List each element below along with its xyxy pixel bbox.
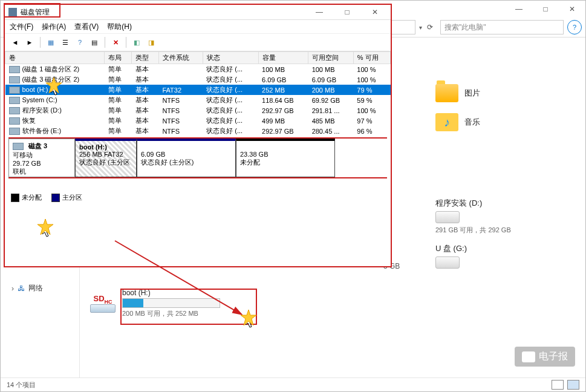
disk-icon [435,256,460,269]
wechat-icon [522,351,535,362]
folder-label: 音乐 [464,117,480,128]
sd-card-icon: SDHC [90,293,116,315]
spark-icon [37,219,53,235]
dm-toolbar: ◄ ► ▦ ☰ ? ▤ ✕ ◧ ◨ [5,34,391,51]
action1-icon[interactable]: ◧ [130,36,143,49]
drive-d[interactable]: 程序安装 (D:) 291 GB 可用，共 292 GB [435,198,581,235]
drive-label: U 盘 (G:) [435,243,581,254]
svg-marker-2 [46,77,62,93]
sidebar-item-label: 网络 [28,283,43,293]
svg-marker-3 [241,310,256,325]
menu-view[interactable]: 查看(V) [74,22,99,32]
table-row[interactable]: System (C:)简单基本NTFS状态良好 (...118.64 GB69.… [5,95,391,105]
col-free[interactable]: 可用空间 [308,52,354,64]
drive-g[interactable]: U 盘 (G:) [435,243,581,269]
watermark: 电子报 [515,347,575,367]
forward-icon[interactable]: ► [23,36,36,49]
properties-icon[interactable]: ☰ [59,36,72,49]
col-volume[interactable]: 卷 [5,52,105,64]
window-title: 磁盘管理 [21,7,304,18]
capacity-bar [122,298,220,308]
network-icon: 🖧 [18,284,25,293]
spark-icon [46,77,62,93]
table-row[interactable]: 恢复简单基本NTFS状态良好 (...499 MB485 MB97 % [5,116,391,126]
legend-unallocated-icon [11,194,19,202]
dropdown-icon[interactable]: ▾ [419,24,422,31]
disk3-info[interactable]: 磁盘 3 可移动 29.72 GB 联机 [8,139,75,177]
maximize-button[interactable]: □ [532,1,559,18]
statusbar: 14 个项目 [1,377,585,391]
dm-menubar: 文件(F) 操作(A) 查看(V) 帮助(H) [5,20,391,34]
col-capacity[interactable]: 容量 [258,52,308,64]
grid-icon[interactable]: ▦ [44,36,57,49]
table-row[interactable]: 软件备份 (E:)简单基本NTFS状态良好 (...292.97 GB280.4… [5,126,391,136]
minimize-button[interactable]: — [506,1,532,18]
col-filesystem[interactable]: 文件系统 [158,52,203,64]
disk-management-window: 磁盘管理 — □ ✕ 文件(F) 操作(A) 查看(V) 帮助(H) ◄ ► ▦… [4,4,392,267]
item-count: 14 个项目 [7,381,36,390]
table-row[interactable]: (磁盘 1 磁盘分区 2)简单基本状态良好 (...100 MB100 MB10… [5,64,391,75]
search-input[interactable]: 搜索"此电脑" [440,20,564,34]
disk-graphical-view: 磁盘 3 可移动 29.72 GB 联机 boot (H:) 256 MB FA… [8,137,387,178]
drive-label: 程序安装 (D:) [435,198,581,209]
menu-help[interactable]: 帮助(H) [107,22,132,32]
back-icon[interactable]: ◄ [8,36,22,49]
drive-capacity-text: 291 GB 可用，共 292 GB [435,226,581,235]
menu-file[interactable]: 文件(F) [10,22,33,32]
explorer-right-column: 图片 ♪ 音乐 程序安装 (D:) 291 GB 可用，共 292 GB U 盘… [431,37,585,378]
folder-pictures[interactable]: 图片 [435,84,581,102]
col-type[interactable]: 类型 [132,52,159,64]
view-details-icon[interactable] [552,380,564,390]
folder-music[interactable]: ♪ 音乐 [435,113,581,131]
close-button[interactable]: ✕ [363,5,387,19]
dm-titlebar: 磁盘管理 — □ ✕ [5,5,391,20]
col-status[interactable]: 状态 [203,52,258,64]
sidebar-item-network[interactable]: › 🖧 网络 [1,281,79,295]
table-row[interactable]: (磁盘 3 磁盘分区 2)简单基本状态良好 (...6.09 GB6.09 GB… [5,74,391,85]
dm-app-icon [8,8,17,16]
help-toolbar-icon[interactable]: ? [73,36,86,49]
table-row[interactable]: 程序安装 (D:)简单基本NTFS状态良好 (...292.97 GB291.8… [5,105,391,116]
delete-icon[interactable]: ✕ [109,36,122,49]
drive-capacity-text: 200 MB 可用，共 252 MB [122,309,259,318]
legend-primary-icon [51,194,60,202]
disk-icon [435,211,460,223]
help-icon[interactable]: ? [567,20,582,34]
volume-list[interactable]: 卷 布局 类型 文件系统 状态 容量 可用空间 % 可用 (磁盘 1 磁盘分区 … [5,51,391,137]
table-row[interactable]: boot (H:)简单基本FAT32状态良好 (...252 MB200 MB7… [5,85,391,95]
folder-label: 图片 [464,88,480,99]
close-button[interactable]: ✕ [559,1,585,18]
spark-icon [241,310,256,325]
partition-boot-h[interactable]: boot (H:) 256 MB FAT32 状态良好 (主分区 [75,139,137,177]
drive-label: boot (H:) [122,289,259,297]
col-percent[interactable]: % 可用 [353,52,390,64]
minimize-button[interactable]: — [307,5,331,19]
drive-boot-h[interactable]: SDHC boot (H:) 200 MB 可用，共 252 MB [87,285,261,322]
partition-unallocated[interactable]: 23.38 GB 未分配 [236,139,335,177]
list-icon[interactable]: ▤ [88,36,101,49]
pictures-icon [435,84,458,102]
legend: 未分配 主分区 [5,189,391,206]
col-layout[interactable]: 布局 [105,52,132,64]
menu-action[interactable]: 操作(A) [42,22,66,32]
refresh-button[interactable]: ⟳ [423,21,437,34]
maximize-button[interactable]: □ [335,5,359,19]
action2-icon[interactable]: ◨ [145,36,158,49]
partition-2[interactable]: 6.09 GB 状态良好 (主分区) [137,139,236,177]
music-icon: ♪ [435,113,458,131]
view-tiles-icon[interactable] [567,380,579,390]
svg-marker-1 [37,219,53,235]
